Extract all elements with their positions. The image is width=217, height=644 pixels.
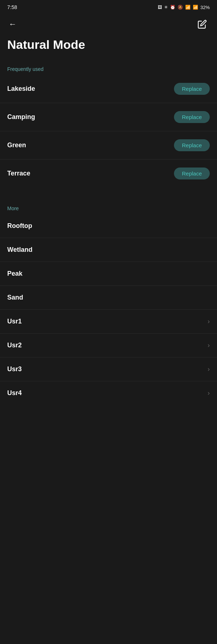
asterisk-icon: ✳: [164, 5, 168, 10]
item-label: Peak: [7, 270, 22, 277]
frequently-used-section: Frequently used Lakeside Replace Camping…: [0, 60, 217, 187]
list-item[interactable]: Usr4 ›: [0, 381, 217, 405]
edit-icon: [197, 20, 207, 29]
item-label: Usr3: [7, 365, 22, 373]
chevron-right-icon: ›: [208, 365, 210, 373]
replace-button-terrace[interactable]: Replace: [174, 168, 210, 179]
more-section: More Rooftop Wetland Peak Sand Usr1 › Us…: [0, 200, 217, 405]
replace-button-camping[interactable]: Replace: [174, 111, 210, 123]
back-button[interactable]: ←: [6, 18, 20, 30]
item-label: Wetland: [7, 246, 33, 254]
list-item: Terrace Replace: [0, 160, 217, 187]
top-navigation: ←: [0, 14, 217, 34]
chevron-right-icon: ›: [208, 342, 210, 349]
wifi-icon: 📶: [185, 5, 191, 10]
chevron-right-icon: ›: [208, 318, 210, 325]
list-item: Camping Replace: [0, 103, 217, 131]
list-item[interactable]: Rooftop: [0, 214, 217, 238]
item-label: Terrace: [7, 170, 30, 177]
replace-button-lakeside[interactable]: Replace: [174, 83, 210, 95]
list-item[interactable]: Usr3 ›: [0, 357, 217, 381]
item-label: Usr4: [7, 389, 22, 397]
list-item[interactable]: Sand: [0, 286, 217, 310]
list-item[interactable]: Usr2 ›: [0, 334, 217, 357]
battery-indicator: 32%: [200, 5, 210, 10]
chevron-right-icon: ›: [208, 389, 210, 397]
list-item[interactable]: Usr1 ›: [0, 310, 217, 334]
section-divider: [0, 187, 217, 198]
item-label: Green: [7, 141, 26, 149]
status-icons: 🖼 ✳ ⏰ 🔕 📶 📶 32%: [158, 5, 210, 10]
back-arrow-icon: ←: [9, 20, 17, 29]
status-time: 7:58: [7, 4, 17, 10]
frequently-used-header: Frequently used: [0, 60, 217, 75]
bluetooth-off-icon: 🔕: [178, 5, 183, 10]
photo-icon: 🖼: [158, 5, 162, 10]
list-item[interactable]: Peak: [0, 262, 217, 286]
list-item: Green Replace: [0, 131, 217, 160]
item-label: Usr2: [7, 342, 22, 349]
more-header: More: [0, 200, 217, 214]
list-item: Lakeside Replace: [0, 75, 217, 103]
signal-icon: 📶: [193, 5, 198, 10]
page-title: Natural Mode: [0, 34, 217, 59]
replace-button-green[interactable]: Replace: [174, 139, 210, 151]
alarm-icon: ⏰: [170, 5, 175, 10]
item-label: Sand: [7, 294, 23, 301]
item-label: Rooftop: [7, 222, 32, 230]
list-item[interactable]: Wetland: [0, 238, 217, 262]
item-label: Usr1: [7, 318, 22, 325]
edit-button[interactable]: [195, 18, 210, 30]
status-bar: 7:58 🖼 ✳ ⏰ 🔕 📶 📶 32%: [0, 0, 217, 14]
item-label: Camping: [7, 113, 35, 121]
item-label: Lakeside: [7, 85, 35, 93]
